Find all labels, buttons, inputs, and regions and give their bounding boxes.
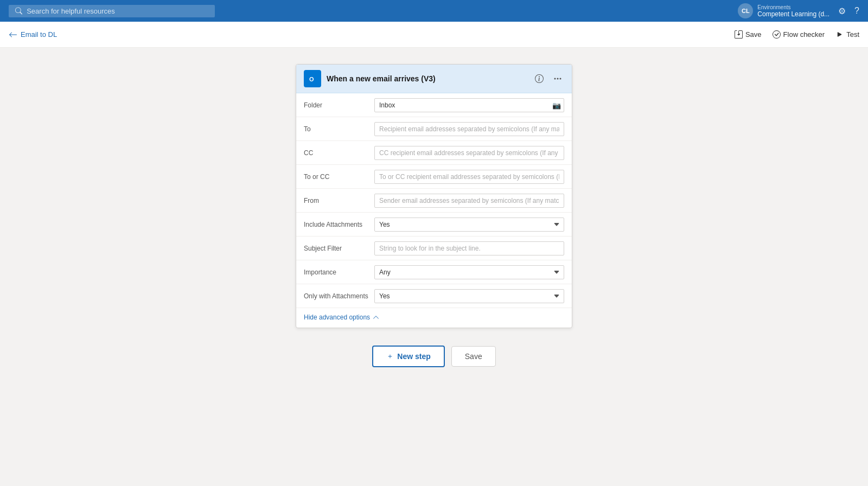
save-button[interactable]: Save bbox=[451, 346, 496, 367]
include-attachments-row: Include Attachments Yes No bbox=[296, 213, 572, 236]
back-arrow-icon bbox=[9, 30, 17, 39]
search-input[interactable] bbox=[27, 7, 208, 15]
settings-icon[interactable]: ⚙ bbox=[838, 6, 846, 16]
importance-label: Importance bbox=[304, 268, 374, 276]
flow-checker-icon bbox=[773, 30, 781, 39]
to-or-cc-control bbox=[374, 170, 564, 184]
include-attachments-control: Yes No bbox=[374, 218, 564, 232]
environment-info: CL Environments Competent Learning (d... bbox=[738, 3, 829, 18]
flow-card: O When a new email arrives (V3) bbox=[296, 64, 572, 328]
subject-filter-input[interactable] bbox=[374, 241, 564, 255]
cc-row: CC bbox=[296, 141, 572, 165]
only-attachments-label: Only with Attachments bbox=[304, 292, 374, 300]
card-title: When a new email arrives (V3) bbox=[327, 74, 527, 83]
card-header-actions bbox=[533, 73, 564, 84]
to-or-cc-row: To or CC bbox=[296, 165, 572, 189]
from-input[interactable] bbox=[374, 194, 564, 208]
from-control bbox=[374, 194, 564, 208]
new-step-button[interactable]: New step bbox=[372, 346, 444, 367]
importance-select[interactable]: Any High Normal Low bbox=[374, 265, 564, 279]
sub-header: Email to DL Save Flow checker Test bbox=[0, 22, 868, 48]
avatar: CL bbox=[738, 3, 753, 18]
from-row: From bbox=[296, 189, 572, 213]
include-attachments-label: Include Attachments bbox=[304, 221, 374, 228]
flow-checker-label: Flow checker bbox=[783, 30, 825, 39]
from-label: From bbox=[304, 197, 374, 204]
main-content: O When a new email arrives (V3) bbox=[0, 48, 868, 486]
top-bar-right: CL Environments Competent Learning (d...… bbox=[738, 3, 859, 18]
help-icon[interactable]: ? bbox=[854, 6, 859, 16]
new-step-label: New step bbox=[397, 352, 430, 361]
subject-filter-label: Subject Filter bbox=[304, 245, 374, 252]
importance-row: Importance Any High Normal Low bbox=[296, 260, 572, 284]
chevron-up-icon bbox=[373, 314, 379, 321]
importance-control: Any High Normal Low bbox=[374, 265, 564, 279]
search-bar[interactable] bbox=[9, 5, 215, 17]
hide-advanced-label: Hide advanced options bbox=[304, 314, 370, 321]
env-label: Environments bbox=[757, 4, 829, 10]
cc-label: CC bbox=[304, 149, 374, 157]
include-attachments-select[interactable]: Yes No bbox=[374, 218, 564, 232]
cc-input[interactable] bbox=[374, 146, 564, 160]
sub-header-right: Save Flow checker Test bbox=[735, 30, 859, 39]
only-attachments-control: Yes No bbox=[374, 289, 564, 303]
to-control bbox=[374, 122, 564, 136]
only-attachments-row: Only with Attachments Yes No bbox=[296, 284, 572, 308]
flow-card-header: O When a new email arrives (V3) bbox=[296, 65, 572, 93]
save-button-label: Save bbox=[465, 352, 482, 361]
folder-label: Folder bbox=[304, 101, 374, 109]
sub-header-left: Email to DL bbox=[9, 30, 57, 39]
hide-advanced-options[interactable]: Hide advanced options bbox=[296, 308, 572, 328]
folder-picker-icon[interactable]: 📷 bbox=[552, 101, 561, 109]
more-options-button[interactable] bbox=[551, 73, 564, 84]
svg-text:O: O bbox=[309, 76, 314, 82]
save-label: Save bbox=[745, 30, 762, 39]
plus-icon bbox=[386, 353, 394, 360]
buttons-row: New step Save bbox=[372, 346, 495, 367]
folder-row: Folder 📷 bbox=[296, 93, 572, 117]
to-or-cc-label: To or CC bbox=[304, 173, 374, 181]
test-action[interactable]: Test bbox=[835, 30, 859, 39]
back-label: Email to DL bbox=[21, 30, 57, 39]
test-icon bbox=[835, 30, 844, 39]
info-button[interactable] bbox=[533, 73, 546, 84]
env-name: Competent Learning (d... bbox=[757, 10, 829, 18]
to-label: To bbox=[304, 125, 374, 133]
cc-control bbox=[374, 146, 564, 160]
flow-checker-action[interactable]: Flow checker bbox=[773, 30, 825, 39]
top-bar: CL Environments Competent Learning (d...… bbox=[0, 0, 868, 22]
test-label: Test bbox=[846, 30, 859, 39]
outlook-icon: O bbox=[304, 70, 321, 87]
save-action[interactable]: Save bbox=[735, 30, 762, 39]
folder-input[interactable] bbox=[374, 98, 564, 112]
only-attachments-select[interactable]: Yes No bbox=[374, 289, 564, 303]
flow-card-body: Folder 📷 To CC bbox=[296, 93, 572, 328]
subject-filter-row: Subject Filter bbox=[296, 236, 572, 260]
to-or-cc-input[interactable] bbox=[374, 170, 564, 184]
back-button[interactable]: Email to DL bbox=[9, 30, 57, 39]
to-row: To bbox=[296, 117, 572, 141]
folder-control: 📷 bbox=[374, 98, 564, 112]
search-icon bbox=[15, 7, 22, 15]
subject-filter-control bbox=[374, 241, 564, 255]
to-input[interactable] bbox=[374, 122, 564, 136]
save-icon bbox=[735, 30, 743, 39]
